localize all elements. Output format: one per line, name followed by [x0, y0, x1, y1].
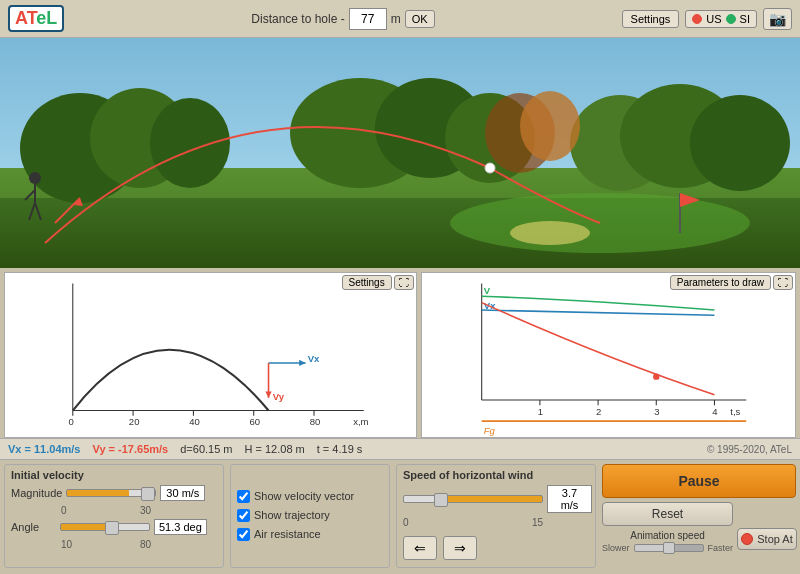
animation-speed-label: Animation speed: [630, 530, 705, 541]
wind-slider-handle[interactable]: [434, 493, 448, 507]
status-bar: Vx = 11.04m/s Vy = -17.65m/s d=60.15 m H…: [0, 438, 800, 460]
unit-toggle[interactable]: US SI: [685, 10, 757, 28]
svg-text:80: 80: [310, 416, 321, 427]
air-resistance-row: Air resistance: [237, 528, 383, 541]
wind-section: Speed of horizontal wind 3.7 m/s 0 15 ⇐ …: [396, 464, 596, 568]
params-button[interactable]: Parameters to draw: [670, 275, 771, 290]
angle-range: 10 80: [61, 539, 151, 550]
air-resistance-checkbox[interactable]: [237, 528, 250, 541]
us-radio[interactable]: [692, 14, 702, 24]
wind-title: Speed of horizontal wind: [403, 469, 589, 481]
right-graph-toolbar: Parameters to draw ⛶: [670, 275, 793, 290]
svg-text:2: 2: [596, 406, 601, 417]
svg-point-25: [510, 221, 590, 245]
svg-text:3: 3: [654, 406, 659, 417]
animation-speed-section: Animation speed Slower Faster: [602, 530, 733, 553]
stop-button[interactable]: Stop At: [737, 528, 797, 550]
magnitude-value: 30 m/s: [160, 485, 205, 501]
vy-status: Vy = -17.65m/s: [92, 443, 168, 455]
magnitude-row: Magnitude 30 m/s: [11, 485, 217, 501]
speed-slider[interactable]: [634, 544, 704, 552]
svg-point-15: [485, 163, 495, 173]
us-label: US: [706, 13, 721, 25]
pause-button[interactable]: Pause: [602, 464, 796, 498]
settings-button[interactable]: Settings: [622, 10, 680, 28]
show-velocity-label: Show velocity vector: [254, 490, 354, 502]
svg-text:0: 0: [69, 416, 74, 427]
distance-label: Distance to hole -: [251, 12, 344, 26]
action-section: Pause Reset Animation speed Slower Faste…: [602, 464, 796, 568]
svg-point-16: [29, 172, 41, 184]
faster-label: Faster: [708, 543, 734, 553]
left-settings-button[interactable]: Settings: [342, 275, 392, 290]
angle-row: Angle 51.3 deg: [11, 519, 217, 535]
distance-input[interactable]: [349, 8, 387, 30]
stop-icon: [741, 533, 753, 545]
si-label: SI: [740, 13, 750, 25]
wind-left-button[interactable]: ⇐: [403, 536, 437, 560]
si-radio[interactable]: [726, 14, 736, 24]
svg-text:Fg: Fg: [483, 425, 495, 436]
speed-slider-handle[interactable]: [663, 542, 675, 554]
svg-point-62: [653, 374, 659, 380]
show-velocity-checkbox[interactable]: [237, 490, 250, 503]
show-trajectory-row: Show trajectory: [237, 509, 383, 522]
svg-text:4: 4: [712, 406, 718, 417]
scene-svg: [0, 38, 800, 268]
controls-row: Initial velocity Magnitude 30 m/s 0 30 A…: [0, 460, 800, 572]
angle-label: Angle: [11, 521, 56, 533]
header: ATeL Distance to hole - m OK Settings US…: [0, 0, 800, 38]
stop-label: Stop At: [757, 533, 792, 545]
svg-text:20: 20: [129, 416, 140, 427]
wind-row: 3.7 m/s: [403, 485, 589, 513]
air-resistance-label: Air resistance: [254, 528, 321, 540]
svg-text:1: 1: [537, 406, 542, 417]
copyright: © 1995-2020, ATeL: [707, 444, 792, 455]
angle-value: 51.3 deg: [154, 519, 207, 535]
left-graph-toolbar: Settings ⛶: [342, 275, 414, 290]
wind-right-button[interactable]: ⇒: [443, 536, 477, 560]
app-logo: ATeL: [8, 5, 64, 32]
golf-scene: [0, 38, 800, 268]
H-status: H = 12.08 m: [245, 443, 305, 455]
graphs-row: Settings ⛶ 0 20 40 60 80 x,m: [0, 268, 800, 438]
header-right: Settings US SI 📷: [622, 8, 792, 30]
ok-button[interactable]: OK: [405, 10, 435, 28]
svg-text:40: 40: [189, 416, 200, 427]
camera-button[interactable]: 📷: [763, 8, 792, 30]
distance-box: Distance to hole - m OK: [251, 8, 434, 30]
t-status: t = 4.19 s: [317, 443, 363, 455]
wind-range: 0 15: [403, 517, 543, 528]
svg-text:t,s: t,s: [730, 406, 740, 417]
svg-point-13: [520, 91, 580, 161]
left-expand-button[interactable]: ⛶: [394, 275, 414, 290]
trajectory-svg: 0 20 40 60 80 x,m Vx Vy: [5, 273, 416, 437]
angle-slider-handle[interactable]: [105, 521, 119, 535]
angle-slider-track: [60, 523, 150, 531]
show-trajectory-label: Show trajectory: [254, 509, 330, 521]
right-expand-button[interactable]: ⛶: [773, 275, 793, 290]
svg-point-11: [690, 95, 790, 191]
initial-velocity-section: Initial velocity Magnitude 30 m/s 0 30 A…: [4, 464, 224, 568]
svg-rect-26: [41, 273, 380, 437]
svg-text:V: V: [483, 285, 490, 296]
slower-label: Slower: [602, 543, 630, 553]
magnitude-slider-track: [66, 489, 156, 497]
show-trajectory-checkbox[interactable]: [237, 509, 250, 522]
wind-value: 3.7 m/s: [547, 485, 592, 513]
magnitude-slider-handle[interactable]: [141, 487, 155, 501]
velocity-time-svg: 1 2 3 4 t,s V Vx Fg: [422, 273, 795, 437]
magnitude-range: 0 30: [61, 505, 151, 516]
svg-text:x,m: x,m: [353, 416, 368, 427]
show-velocity-row: Show velocity vector: [237, 490, 383, 503]
svg-text:Vy: Vy: [273, 391, 285, 402]
reset-button[interactable]: Reset: [602, 502, 733, 526]
magnitude-label: Magnitude: [11, 487, 62, 499]
svg-text:60: 60: [249, 416, 260, 427]
wind-slider-track: [403, 495, 543, 503]
d-status: d=60.15 m: [180, 443, 232, 455]
checkboxes-section: Show velocity vector Show trajectory Air…: [230, 464, 390, 568]
vx-status: Vx = 11.04m/s: [8, 443, 80, 455]
distance-unit: m: [391, 12, 401, 26]
trajectory-graph: Settings ⛶ 0 20 40 60 80 x,m: [4, 272, 417, 438]
